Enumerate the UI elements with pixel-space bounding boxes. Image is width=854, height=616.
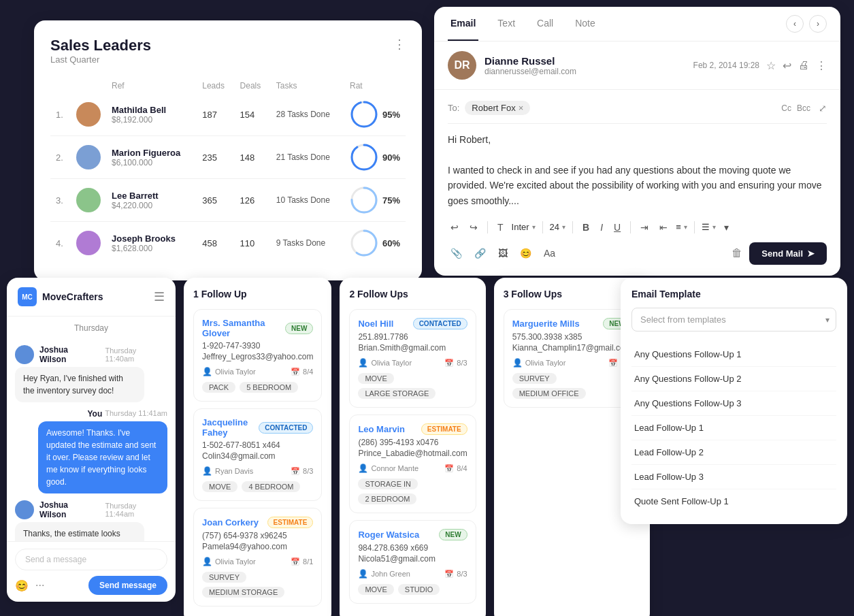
lead-email: Prince_Labadie@hotmail.com	[358, 449, 467, 458]
table-row	[71, 136, 106, 179]
align-dropdown[interactable]: ≡ ▾	[676, 222, 687, 232]
send-mail-button[interactable]: Send Mail ➤	[749, 242, 827, 265]
sales-leaders-panel: Sales Leaders Last Quarter ⋮ Ref Leads D…	[34, 20, 422, 280]
lead-tag: 2 BEDROOM	[358, 493, 416, 504]
table-row	[71, 222, 106, 265]
tab-text[interactable]: Text	[495, 7, 518, 41]
table-row: 148	[235, 136, 271, 179]
email-body[interactable]: Hi Robert, I wanted to check in and see …	[448, 132, 827, 208]
redo-button[interactable]: ↪	[467, 219, 480, 236]
lead-name[interactable]: Noel Hill	[358, 319, 393, 329]
more-icon[interactable]: ⋮	[816, 59, 827, 72]
template-option[interactable]: Any Questions Follow-Up 1	[631, 342, 836, 367]
bcc-button[interactable]: Bcc	[797, 103, 810, 113]
font-dropdown[interactable]: Inter ▾	[512, 222, 536, 232]
followup-title: 1 Follow Up	[193, 289, 322, 299]
sender-email: diannerussel@email.com	[485, 67, 685, 76]
list-dropdown[interactable]: ☰ ▾	[702, 222, 716, 232]
agent-name: Connor Mante	[371, 464, 418, 472]
lead-name[interactable]: Roger Watsica	[358, 530, 419, 540]
lead-name[interactable]: Jacqueline Fahey	[202, 417, 259, 438]
template-option[interactable]: Lead Follow-Up 3	[631, 465, 836, 489]
lead-tag: LARGE STORAGE	[358, 388, 436, 399]
remove-recipient-icon[interactable]: ×	[519, 103, 524, 113]
italic-button[interactable]: I	[597, 219, 606, 236]
col-rating: Rat	[344, 78, 406, 93]
recipient-tag: Robert Fox ×	[465, 101, 530, 115]
reply-icon[interactable]: ↩	[783, 59, 791, 72]
msg-sender-you-1: You	[88, 409, 103, 419]
font-color-button[interactable]: Aa	[541, 245, 558, 261]
chat-input[interactable]	[15, 549, 167, 570]
lead-tag: MEDIUM STORAGE	[202, 587, 284, 598]
tab-note[interactable]: Note	[572, 7, 598, 41]
lead-badge: NEW	[285, 323, 313, 334]
lead-name[interactable]: Mrs. Samantha Glover	[202, 318, 285, 338]
tab-email[interactable]: Email	[448, 7, 478, 41]
chat-logo-icon: MC	[18, 287, 37, 306]
send-chat-button[interactable]: Send message	[88, 576, 167, 595]
email-toolbar-row1: ↩ ↪ T Inter ▾ 24 ▾ B I U ⇥ ⇤ ≡ ▾	[448, 219, 827, 236]
followup-title: 3 Follow Ups	[504, 289, 640, 299]
image-button[interactable]: 🖼	[495, 245, 510, 261]
tab-call[interactable]: Call	[534, 7, 556, 41]
lead-name[interactable]: Leo Marvin	[358, 424, 405, 434]
lead-badge: ESTIMATE	[267, 517, 314, 528]
attachment-button[interactable]: 📎	[448, 245, 465, 261]
emoji-button[interactable]: 😊	[517, 245, 534, 261]
agent-icon: 👤	[512, 358, 523, 368]
table-row: 28 Tasks Done	[271, 93, 344, 136]
agent-icon: 👤	[358, 358, 368, 368]
lead-tag: PACK	[202, 382, 235, 393]
prev-arrow[interactable]: ‹	[786, 15, 804, 33]
lead-badge: ESTIMATE	[421, 423, 467, 435]
more-formats-button[interactable]: ▾	[721, 219, 732, 236]
lead-name[interactable]: Marguerite Mills	[512, 319, 580, 329]
cc-button[interactable]: Cc	[781, 103, 791, 113]
size-dropdown[interactable]: 24 ▾	[550, 222, 565, 232]
text-format-button[interactable]: T	[495, 219, 506, 236]
svg-point-3	[352, 145, 376, 169]
agent-name: Olivia Taylor	[525, 359, 566, 367]
table-row: 75%	[344, 179, 406, 222]
calendar-icon: 📅	[291, 368, 300, 376]
lead-date: 8/3	[457, 359, 467, 367]
chat-menu-icon[interactable]: ☰	[154, 289, 165, 304]
agent-icon: 👤	[202, 466, 212, 476]
email-template-panel: Email Template Select from templatesAny …	[621, 278, 847, 524]
table-row: 4.	[50, 222, 71, 265]
indent-button[interactable]: ⇥	[638, 219, 651, 236]
template-option[interactable]: Any Questions Follow-Up 3	[631, 391, 836, 416]
template-option[interactable]: Any Questions Follow-Up 2	[631, 367, 836, 391]
undo-button[interactable]: ↩	[448, 219, 461, 236]
more-chat-button[interactable]: ···	[35, 579, 44, 592]
bold-button[interactable]: B	[580, 219, 592, 236]
expand-compose-icon[interactable]: ⤢	[819, 103, 827, 114]
emoji-chat-button[interactable]: 😊	[15, 579, 29, 592]
lead-tag: MEDIUM OFFICE	[512, 388, 586, 399]
underline-button[interactable]: U	[611, 219, 623, 236]
link-button[interactable]: 🔗	[472, 245, 489, 261]
template-option[interactable]: Lead Follow-Up 1	[631, 416, 836, 440]
template-option[interactable]: Quote Sent Follow-Up 1	[631, 489, 836, 513]
lead-name[interactable]: Joan Corkery	[202, 517, 259, 528]
email-toolbar-row2: 📎 🔗 🖼 😊 Aa 🗑 Send Mail ➤	[448, 242, 827, 265]
calendar-icon: 📅	[444, 359, 454, 368]
next-arrow[interactable]: ›	[809, 15, 827, 33]
chat-logo: MC MoveCrafters	[18, 287, 103, 306]
msg-avatar-3	[15, 500, 34, 519]
template-select[interactable]: Select from templatesAny Questions Follo…	[631, 308, 836, 331]
sales-leaders-menu-icon[interactable]: ⋮	[393, 37, 406, 52]
star-icon[interactable]: ☆	[766, 59, 776, 72]
message-group-3: Joshua Wilson Thursday 11:44am Thanks, t…	[15, 500, 167, 541]
print-icon[interactable]: 🖨	[798, 59, 809, 71]
template-option[interactable]: Lead Follow-Up 2	[631, 440, 836, 465]
email-panel: Email Text Call Note ‹ › DR Dianne Russe…	[434, 7, 840, 276]
outdent-button[interactable]: ⇤	[657, 219, 670, 236]
toolbar-sep-2	[542, 221, 543, 233]
lead-tag: MOVE	[358, 584, 393, 595]
table-row: 458	[197, 222, 234, 265]
lead-phone: 1-920-747-3930	[202, 341, 313, 351]
delete-draft-button[interactable]: 🗑	[732, 247, 742, 259]
lead-card: Noel Hill CONTACTED 251.891.7786 Brian.S…	[349, 309, 476, 408]
